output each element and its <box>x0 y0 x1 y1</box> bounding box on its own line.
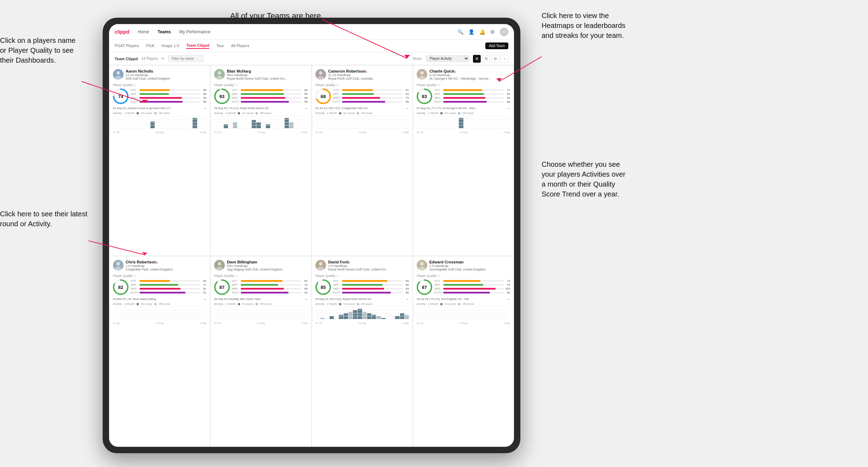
player-avatar <box>315 69 326 80</box>
quality-row[interactable]: 68 OTT 61 APP 63 ARG 75 <box>315 89 409 104</box>
quality-row[interactable]: 74 OTT 60 APP 58 ARG 84 <box>113 89 206 104</box>
quality-row[interactable]: 83 OTT 77 APP 80 ARG 83 <box>417 89 510 104</box>
player-name[interactable]: Aaron Nicholls <box>126 69 206 73</box>
player-name[interactable]: Charlie Quick● <box>429 69 510 73</box>
off-course-legend-label: Off course <box>260 303 271 305</box>
stat-value: 88 <box>303 96 308 99</box>
arrow-link[interactable]: → <box>203 106 206 110</box>
player-card[interactable]: Chris Robertson● 1-5 Handicap Craigmilla… <box>109 256 210 446</box>
arrow-link[interactable]: → <box>304 106 308 110</box>
stat-row: ARG 81 <box>131 287 206 290</box>
stat-bar <box>241 288 284 290</box>
player-handicap: Plus Handicap <box>227 73 308 77</box>
stat-row: OTT 61 <box>333 89 409 92</box>
add-team-button[interactable]: Add Team <box>485 42 508 49</box>
chart-dates: 31 Jul 21 Aug 4 Sep <box>214 322 308 324</box>
on-course-legend-dot <box>339 303 341 305</box>
chart-line-1: 1 <box>315 319 409 319</box>
donut-score: 85 <box>321 285 326 290</box>
stat-row: ARG 88 <box>232 96 308 99</box>
off-course-legend-dot <box>458 303 460 305</box>
chart-date-end: 4 Sep <box>504 131 510 133</box>
sub-nav-tour[interactable]: Tour <box>216 44 224 49</box>
player-name[interactable]: Blair McHarg <box>227 69 308 73</box>
sub-nav-all-players[interactable]: All Players <box>231 44 250 49</box>
sub-nav-pga[interactable]: PGA <box>146 44 154 49</box>
chart-line-5: 5 <box>113 116 206 116</box>
player-name[interactable]: Chris Robertson● <box>126 260 206 264</box>
player-info: David Ford● 1-5 Handicap Royal North Dev… <box>328 260 409 271</box>
player-name[interactable]: David Ford● <box>328 260 409 264</box>
last-round[interactable]: 02 Jul 23 | 59 (+17), Craigsimilar Park … <box>315 106 409 110</box>
user-icon[interactable]: 👤 <box>468 29 474 35</box>
show-select[interactable]: Player Activity Quality Score Trend <box>426 55 469 62</box>
last-round[interactable]: 02 Sep 23 | Sunset round to get back int… <box>113 106 206 110</box>
player-club: Royal North Devon Golf Club, United Kin.… <box>328 268 409 271</box>
mini-chart: 5 4 3 2 1 31 Jul 21 Aug 4 Sep <box>417 116 510 133</box>
quality-row[interactable]: 87 OTT 73 APP 79 ARG 103 <box>417 279 510 295</box>
team-header: Team Clippd 14 Players ✏ Show: Player Ac… <box>109 52 514 65</box>
last-round[interactable]: 26 Aug 23 | 84 (+12), Royal North Devon … <box>315 297 409 301</box>
player-name[interactable]: Dave Billingham <box>227 260 308 264</box>
nav-right: 🔍 👤 🔔 ⚙ U <box>457 28 508 36</box>
sub-nav-team-clippd[interactable]: Team Clippd <box>186 43 209 49</box>
arrow-link[interactable]: → <box>405 106 409 110</box>
settings-icon[interactable]: ⚙ <box>490 29 495 35</box>
player-card[interactable]: Dave Billingham Plus Handicap Sag Maging… <box>211 256 311 446</box>
player-card[interactable]: Edward Crossman 1-5 Handicap Sunningdale… <box>413 256 514 446</box>
quality-row[interactable]: 87 OTT 82 APP 74 ARG 85 <box>214 279 308 295</box>
search-icon[interactable]: 🔍 <box>457 29 463 35</box>
last-round[interactable]: 04 Sep 23 | Mobility with coach, Gym → <box>214 297 308 301</box>
bell-icon[interactable]: 🔔 <box>479 29 485 35</box>
sub-nav-pgat[interactable]: PGAT Players <box>115 44 139 49</box>
search-input[interactable] <box>168 55 204 62</box>
chart-line-2: 2 <box>417 316 510 316</box>
arrow-link[interactable]: → <box>304 297 308 301</box>
player-card[interactable]: Aaron Nicholls 11-15 Handicap Drift Golf… <box>109 66 210 256</box>
on-course-legend-label: On course <box>343 303 355 305</box>
chart-lines: 5 4 3 2 1 <box>315 307 409 319</box>
stat-row: PUTT 96 <box>333 291 409 294</box>
player-name[interactable]: Cameron Robertson● <box>328 69 409 73</box>
player-card[interactable]: Cameron Robertson● 11-15 Handicap Royal … <box>312 66 412 256</box>
player-header: Dave Billingham Plus Handicap Sag Maging… <box>214 260 308 271</box>
filter-view-button[interactable]: ⊟ <box>491 55 499 63</box>
last-round[interactable]: 26 Aug 23 | 73 (+1), Royal North Devon G… <box>214 106 308 110</box>
arrow-link[interactable]: → <box>507 106 510 110</box>
arrow-link[interactable]: → <box>405 297 409 301</box>
nav-teams[interactable]: Teams <box>158 29 171 34</box>
player-card[interactable]: David Ford● 1-5 Handicap Royal North Dev… <box>312 256 412 446</box>
sort-view-button[interactable]: ↕ <box>501 55 508 63</box>
team-count: 14 Players <box>141 57 158 61</box>
stat-bar <box>443 284 483 286</box>
stat-value: 94 <box>303 291 308 294</box>
donut-score: 87 <box>422 285 427 290</box>
last-round[interactable]: 18 Jul 23 | 74 (+4), Sunningdale GC - Ol… <box>417 297 510 301</box>
chart-line-3: 3 <box>417 122 510 123</box>
stat-bar-bg <box>342 292 403 294</box>
quality-row[interactable]: 93 OTT 84 APP 85 ARG 88 <box>214 89 308 104</box>
nav-home[interactable]: Home <box>138 29 149 34</box>
player-card[interactable]: Blair McHarg Plus Handicap Royal North D… <box>211 66 311 256</box>
stat-label: ARG <box>131 287 138 290</box>
stat-row: APP 80 <box>333 283 409 286</box>
player-handicap: 11-15 Handicap <box>126 73 206 77</box>
player-card[interactable]: Charlie Quick● 6-10 Handicap St. George'… <box>413 66 514 256</box>
arrow-link[interactable]: → <box>203 297 206 301</box>
player-name[interactable]: Edward Crossman <box>429 260 510 264</box>
edit-icon[interactable]: ✏ <box>161 56 165 61</box>
quality-row[interactable]: 85 OTT 89 APP 80 ARG 83 <box>315 279 409 295</box>
sub-nav-hcaps[interactable]: Hcaps 1-5 <box>161 44 179 49</box>
donut-container: 93 <box>214 89 230 104</box>
avatar[interactable]: U <box>500 28 508 36</box>
last-round[interactable]: 07 Aug 23 | 77 (+7), St George's Hill GC… <box>417 106 510 110</box>
nav-performance[interactable]: My Performance <box>179 29 210 34</box>
stat-label: OTT <box>232 279 240 283</box>
stat-value: 103 <box>505 287 510 290</box>
quality-row[interactable]: 82 OTT 60 APP 77 ARG 81 <box>113 279 206 295</box>
last-round[interactable]: 03 Mar 23 | 19, Must make putting → <box>113 297 206 301</box>
stat-bar <box>443 280 480 282</box>
grid-view-button[interactable]: ⊞ <box>473 55 481 63</box>
arrow-link[interactable]: → <box>507 297 510 301</box>
list-view-button[interactable]: ☰ <box>482 55 490 63</box>
